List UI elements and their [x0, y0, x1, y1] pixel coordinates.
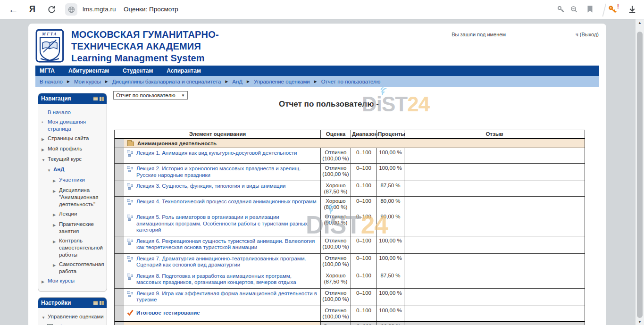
grade-cell: Хорошо (80,00 %) — [320, 197, 351, 212]
yandex-logo-icon[interactable]: Я — [29, 4, 35, 14]
report-type-select[interactable]: Отчет по пользователю ▼ — [113, 91, 188, 100]
range-cell: 0–100 — [351, 164, 376, 181]
sidebar-item-discipline[interactable]: ▶Дисциплина "Анимационная деятельность" — [42, 187, 105, 208]
bookmark-icon[interactable] — [586, 5, 594, 15]
table-header-row: Элемент оценивания Оценка Диапазон Проце… — [115, 130, 585, 139]
sidebar-item-my-courses[interactable]: ▶Мои курсы — [42, 277, 105, 285]
chevron-down-icon: ▼ — [181, 93, 185, 98]
collapse-block-icon[interactable] — [93, 97, 98, 100]
lesson-link[interactable]: Лекция 8. Подготовка и разработка анимац… — [136, 273, 318, 286]
expand-right-icon[interactable]: ▶ — [53, 176, 59, 184]
zoom-page-icon[interactable] — [570, 5, 578, 16]
expand-right-icon[interactable]: ▶ — [42, 277, 48, 285]
logged-in-status: Вы зашли под именемч (Выход) — [452, 32, 599, 37]
sidebar-item-participants[interactable]: ▶Участники — [42, 176, 105, 184]
column-header-element: Элемент оценивания — [115, 130, 320, 138]
lesson-link[interactable]: Лекция 3. Сущность, функция, типология и… — [136, 183, 286, 190]
grade-report-table: Элемент оценивания Оценка Диапазон Проце… — [114, 130, 585, 325]
address-bar-page-title[interactable]: Оценки: Просмотр — [124, 6, 178, 13]
navigation-block: Навигация В начало ▪Моя домашняя страниц… — [38, 93, 107, 292]
range-cell: 0–100 — [351, 322, 376, 325]
page-title: Отчет по пользователю - — [113, 100, 585, 109]
category-title: Анимационная деятельность — [137, 141, 217, 146]
logout-link[interactable]: ч (Выход) — [576, 32, 599, 37]
download-icon[interactable] — [627, 5, 637, 16]
final-test-link[interactable]: Итоговое тестирование — [136, 310, 200, 317]
lesson-link[interactable]: Лекция 4. Технологический процесс создан… — [136, 199, 317, 205]
expand-right-icon[interactable]: ▶ — [53, 187, 59, 208]
grade-cell: Отлично (100,00 %) — [320, 236, 351, 253]
percent-cell: 100,00 % — [376, 164, 404, 181]
sidebar-item-current-course[interactable]: ▼Текущий курс — [42, 156, 105, 164]
nav-item-studentam[interactable]: Студентам — [123, 67, 153, 74]
expand-right-icon[interactable]: ▶ — [53, 210, 59, 218]
category-row: Анимационная деятельность — [115, 139, 585, 148]
expand-down-icon[interactable]: ▼ — [42, 156, 48, 164]
sidebar-item-lectures[interactable]: ▶Лекции — [42, 210, 105, 218]
expand-right-icon[interactable]: ▶ — [53, 261, 59, 275]
table-row: Лекция 8. Подготовка и разработка анимац… — [115, 271, 585, 288]
expand-down-icon[interactable]: ▼ — [42, 313, 48, 321]
sidebar-item-site-pages[interactable]: ▶Страницы сайта — [42, 135, 105, 143]
nav-item-aspirantam[interactable]: Аспирантам — [167, 67, 201, 74]
extension-key-icon[interactable]: ! — [608, 5, 617, 16]
addressbar-edge-divider — [597, 2, 606, 17]
expand-right-icon[interactable]: ▶ — [53, 237, 59, 258]
page-card: МГТА МОСКОВСКАЯ ГУМАНИТАРНО- ТЕХНИЧЕСКАЯ… — [28, 24, 606, 325]
scroll-down-arrow-icon[interactable]: ▼ — [636, 320, 644, 324]
breadcrumb-course[interactable]: АнД — [232, 79, 243, 84]
settings-item-grade-admin[interactable]: ▼Управление оценками — [42, 313, 105, 321]
lesson-link[interactable]: Лекция 9. Игра как эффективная форма ани… — [136, 291, 318, 303]
lesson-link[interactable]: Лекция 6. Рекреационная сущность туристс… — [136, 238, 318, 251]
scroll-up-arrow-icon[interactable]: ▲ — [636, 21, 644, 25]
table-row: Лекция 5. Роль аниматоров в организации … — [115, 212, 585, 236]
collapse-block-icon[interactable] — [93, 301, 98, 305]
percent-cell: 96,38 % — [376, 322, 404, 325]
hierarchy-gutter — [115, 139, 124, 148]
sidebar-item-self-control[interactable]: ▶Контроль самостоятельной работы — [42, 237, 105, 258]
expand-right-icon[interactable]: ▶ — [42, 135, 48, 143]
academy-title-line2: ТЕХНИЧЕСКАЯ АКАДЕМИЯ — [71, 41, 219, 52]
range-cell: 0–100 — [351, 271, 376, 288]
lesson-icon — [127, 150, 134, 157]
dock-block-icon[interactable] — [100, 301, 104, 305]
range-cell: 0–100 — [351, 289, 376, 306]
lesson-link[interactable]: Лекция 7. Драматургия анимационно-театра… — [136, 256, 318, 268]
expand-down-icon[interactable]: ▼ — [47, 166, 53, 174]
breadcrumb-home[interactable]: В начало — [40, 79, 63, 84]
feedback-cell — [404, 322, 585, 325]
breadcrumb-my-courses[interactable]: Мои курсы — [74, 79, 101, 84]
expand-right-icon[interactable]: ▶ — [53, 221, 59, 235]
nav-item-mgta[interactable]: МГТА — [40, 67, 55, 74]
sidebar-item-my-home[interactable]: ▪Моя домашняя страница — [42, 118, 105, 133]
password-manager-icon[interactable] — [557, 5, 565, 16]
folder-icon — [127, 142, 134, 146]
lesson-link[interactable]: Лекция 2. История и хронология массовых … — [136, 166, 318, 178]
sidebar-item-practical[interactable]: ▶Практические занятия — [42, 221, 105, 235]
lms-subtitle: Learning Managment System — [71, 52, 219, 64]
column-header-grade: Оценка — [320, 130, 351, 138]
range-cell: 0–100 — [351, 236, 376, 253]
dock-block-icon[interactable] — [100, 97, 104, 101]
refresh-icon[interactable] — [47, 5, 56, 16]
sidebar-item-course-and[interactable]: ▼АнД — [42, 166, 105, 174]
sidebar-item-home[interactable]: В начало — [42, 109, 105, 116]
vertical-scrollbar[interactable]: ▲ ▼ — [636, 19, 644, 325]
column-header-percent: Проценты — [376, 130, 404, 138]
nav-item-abiturientam[interactable]: Абитуриентам — [68, 67, 109, 74]
breadcrumb-user-report[interactable]: Отчет по пользователю — [321, 79, 381, 84]
expand-right-icon[interactable]: ▶ — [42, 145, 48, 153]
sidebar-item-my-profile[interactable]: ▶Мой профиль — [42, 145, 105, 153]
back-icon[interactable]: ← — [8, 4, 18, 15]
breadcrumb-disciplines[interactable]: Дисциплины бакалавриата и специалитета — [112, 79, 221, 84]
breadcrumb-separator-icon: ► — [224, 79, 229, 84]
table-row: Лекция 4. Технологический процесс создан… — [115, 196, 585, 212]
lesson-link[interactable]: Лекция 5. Роль аниматоров в организации … — [136, 214, 318, 233]
hierarchy-gutter — [115, 254, 124, 271]
sidebar-item-self-work[interactable]: ▶Самостоятельная работа — [42, 261, 105, 275]
scrollbar-thumb[interactable] — [637, 32, 643, 318]
lesson-link[interactable]: Лекция 1. Анимация как вид культурно-дос… — [136, 150, 297, 157]
address-bar-domain[interactable]: lms.mgta.ru — [83, 6, 116, 13]
breadcrumb-grade-admin[interactable]: Управление оценками — [254, 79, 310, 84]
range-cell: 0–100 — [351, 212, 376, 236]
